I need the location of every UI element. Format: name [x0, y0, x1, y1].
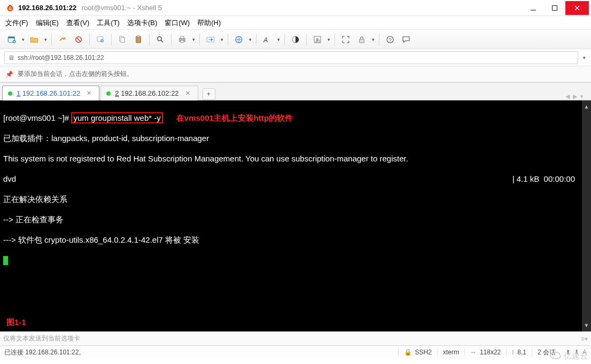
xftp-dropdown-icon[interactable] [219, 37, 224, 42]
font-dropdown-icon[interactable] [276, 37, 281, 42]
status-term: xterm [437, 348, 464, 356]
encoding-dropdown-icon[interactable] [326, 37, 331, 42]
cursor-icon: ⁞ [512, 348, 514, 356]
color-button[interactable] [288, 32, 303, 47]
svg-point-15 [158, 36, 162, 41]
tab-close-icon[interactable]: ✕ [87, 90, 91, 97]
svg-text:あ: あ [315, 37, 320, 42]
bookmark-add-icon[interactable]: 📌 [5, 71, 13, 78]
encoding-button[interactable]: あ [310, 32, 325, 47]
properties-button[interactable] [93, 32, 108, 47]
maximize-button[interactable] [544, 1, 565, 15]
status-tools: ⬆ ⬇ A [561, 348, 591, 356]
tab-label: 192.168.26.102:22 [121, 89, 178, 97]
tab-prev-icon[interactable]: ◀ [565, 93, 570, 100]
address-input[interactable]: 🖥 ssh://root@192.168.26.101:22 [4, 51, 578, 64]
session-tab-1[interactable]: 1 192.168.26.101:22 ✕ [2, 86, 99, 100]
terminal-line-right: | 4.1 kB 00:00:00 [512, 174, 575, 184]
send-hint-text: 仅将文本发送到当前选项卡 [3, 334, 80, 343]
terminal-scrollbar[interactable]: ▲ ▼ [582, 100, 591, 331]
upload-icon[interactable]: ⬆ [565, 348, 571, 356]
xftp-button[interactable] [203, 32, 218, 47]
font-button[interactable]: A [260, 32, 275, 47]
terminal-line: ---> 软件包 crypto-utils.x86_64.0.2.4.1-42.… [3, 235, 588, 245]
lock-dropdown-icon[interactable] [370, 37, 376, 42]
reconnect-button[interactable] [55, 32, 70, 47]
address-dropdown-icon[interactable] [581, 55, 587, 60]
prompt: [root@vms001 ~]# [3, 113, 69, 122]
tab-next-icon[interactable]: ▶ [573, 93, 577, 100]
tab-index: 1 [17, 89, 20, 97]
new-session-button[interactable] [4, 32, 19, 47]
svg-rect-5 [8, 36, 14, 38]
host-icon: 🖥 [8, 54, 14, 61]
session-tab-2[interactable]: 2 192.168.26.102:22 ✕ [100, 86, 198, 100]
window-controls [523, 1, 589, 15]
status-bar: 已连接 192.168.26.101:22。 🔒SSH2 xterm ↔118x… [0, 345, 591, 359]
hint-text: 要添加当前会话，点击左侧的箭头按钮。 [18, 69, 133, 79]
lock-button[interactable] [354, 32, 369, 47]
menu-bar: 文件(F) 编辑(E) 查看(V) 工具(T) 选项卡(B) 窗口(W) 帮助(… [0, 16, 591, 30]
status-dot-icon [106, 91, 111, 96]
lock-icon: 🔒 [404, 348, 412, 356]
download-icon[interactable]: ⬇ [574, 348, 579, 356]
new-session-dropdown-icon[interactable] [20, 37, 26, 42]
tab-index: 2 [115, 89, 119, 97]
scroll-up-icon[interactable]: ▲ [584, 102, 589, 112]
scroll-down-icon[interactable]: ▼ [584, 320, 589, 330]
address-bar: 🖥 ssh://root@192.168.26.101:22 [0, 49, 591, 66]
add-tab-button[interactable]: + [203, 88, 215, 100]
toolbar: A あ ? [0, 30, 591, 49]
feedback-button[interactable] [399, 32, 414, 47]
title-session: root@vms001:~ [82, 4, 131, 12]
terminal-line: dvd [3, 174, 16, 184]
svg-rect-14 [137, 35, 140, 37]
minimize-button[interactable] [523, 1, 544, 15]
disconnect-button[interactable] [71, 32, 86, 47]
close-button[interactable] [565, 1, 589, 15]
svg-rect-18 [181, 36, 184, 38]
status-ssh: 🔒SSH2 [398, 348, 437, 356]
help-button[interactable]: ? [383, 32, 398, 47]
tab-menu-icon[interactable]: ▾ [580, 93, 584, 100]
open-button[interactable] [27, 32, 42, 47]
menu-help[interactable]: 帮助(H) [197, 18, 221, 28]
title-host: 192.168.26.101:22 [18, 4, 76, 12]
figure-label: 图1-1 [6, 317, 26, 327]
tab-strip: 1 192.168.26.101:22 ✕ 2 192.168.26.102:2… [0, 82, 591, 100]
svg-rect-12 [121, 37, 125, 42]
svg-text:?: ? [389, 37, 392, 42]
send-bar[interactable]: 仅将文本发送到当前选项卡 ≡▾ [0, 331, 591, 345]
title-bar: 192.168.26.101:22 root@vms001:~ - Xshell… [0, 0, 591, 16]
terminal[interactable]: [root@vms001 ~]# yum groupinstall web* -… [0, 100, 591, 331]
status-size: ↔118x22 [464, 348, 506, 356]
menu-view[interactable]: 查看(V) [66, 18, 89, 28]
title-app: Xshell 5 [137, 4, 162, 12]
open-dropdown-icon[interactable] [43, 37, 48, 42]
terminal-line: This system is not registered to Red Hat… [3, 153, 588, 164]
print-button[interactable] [175, 32, 190, 47]
hint-bar: 📌 要添加当前会话，点击左侧的箭头按钮。 [0, 66, 591, 82]
copy-button[interactable] [115, 32, 130, 47]
print-dropdown-icon[interactable] [191, 37, 196, 42]
send-menu-icon[interactable]: ≡▾ [581, 335, 588, 343]
size-icon: ↔ [470, 348, 477, 356]
menu-tabs[interactable]: 选项卡(B) [127, 18, 157, 28]
window-title: 192.168.26.101:22 root@vms001:~ - Xshell… [18, 4, 162, 12]
cursor [3, 256, 8, 265]
svg-rect-1 [553, 5, 557, 10]
menu-tools[interactable]: 工具(T) [97, 18, 120, 28]
fullscreen-button[interactable] [338, 32, 353, 47]
svg-rect-19 [181, 40, 184, 42]
menu-file[interactable]: 文件(F) [5, 18, 28, 28]
web-dropdown-icon[interactable] [247, 37, 253, 42]
cap-icon[interactable]: A [582, 348, 587, 356]
menu-edit[interactable]: 编辑(E) [36, 18, 59, 28]
menu-window[interactable]: 窗口(W) [165, 18, 190, 28]
tab-nav: ◀ ▶ ▾ [565, 93, 589, 100]
tab-close-icon[interactable]: ✕ [185, 90, 190, 97]
paste-button[interactable] [131, 32, 146, 47]
status-cursor: ⁞8,1 [506, 348, 532, 356]
find-button[interactable] [153, 32, 168, 47]
web-button[interactable] [231, 32, 246, 47]
